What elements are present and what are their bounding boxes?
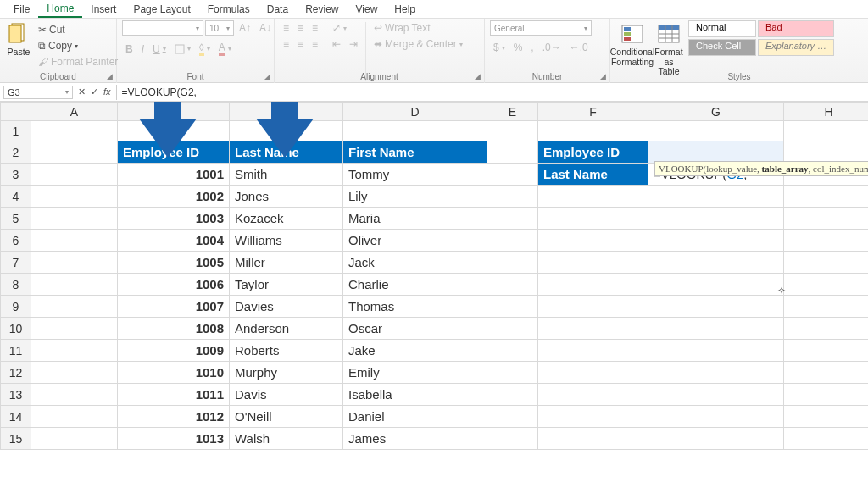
row-header[interactable]: 10: [1, 318, 31, 340]
cell[interactable]: Maria: [343, 208, 487, 230]
row-header[interactable]: 8: [1, 274, 31, 296]
cell[interactable]: Last Name: [538, 164, 648, 186]
cell[interactable]: Isabella: [343, 384, 487, 406]
cell[interactable]: 1007: [118, 296, 230, 318]
cell[interactable]: [31, 121, 118, 141]
cell[interactable]: Employee ID: [118, 141, 230, 164]
cell[interactable]: Tommy: [343, 164, 487, 186]
font-color-button[interactable]: A▾: [215, 40, 235, 58]
cell[interactable]: [31, 164, 118, 186]
cell[interactable]: [784, 362, 869, 384]
row-header[interactable]: 2: [1, 141, 31, 164]
cell[interactable]: [538, 230, 648, 252]
tab-insert[interactable]: Insert: [82, 2, 125, 17]
decrease-decimal-icon[interactable]: ←.0: [566, 40, 592, 55]
cell[interactable]: 1003: [118, 208, 230, 230]
cell[interactable]: [538, 274, 648, 296]
style-check-cell[interactable]: Check Cell: [688, 39, 756, 56]
row-header[interactable]: 11: [1, 340, 31, 362]
cell[interactable]: Murphy: [230, 362, 343, 384]
cell[interactable]: [487, 186, 538, 208]
cell[interactable]: [538, 208, 648, 230]
cell[interactable]: [648, 362, 784, 384]
cell[interactable]: Miller: [230, 252, 343, 274]
cell[interactable]: [31, 406, 118, 428]
align-bottom-icon[interactable]: ≡: [309, 20, 321, 36]
cell[interactable]: [487, 230, 538, 252]
cell[interactable]: [648, 384, 784, 406]
cell[interactable]: 1009: [118, 340, 230, 362]
cell[interactable]: [487, 296, 538, 318]
cell[interactable]: 1001: [118, 164, 230, 186]
cell[interactable]: James: [343, 428, 487, 450]
cell[interactable]: [487, 121, 538, 141]
percent-button[interactable]: %: [510, 40, 526, 55]
row-header[interactable]: 9: [1, 296, 31, 318]
row-header[interactable]: 1: [1, 121, 31, 141]
fill-color-button[interactable]: ◊▾: [196, 40, 214, 58]
cell[interactable]: [784, 406, 869, 428]
col-header-H[interactable]: H: [784, 103, 869, 121]
row-header[interactable]: 15: [1, 428, 31, 450]
cell[interactable]: 1005: [118, 252, 230, 274]
cell[interactable]: [538, 428, 648, 450]
cell[interactable]: [487, 384, 538, 406]
cell[interactable]: [487, 318, 538, 340]
tab-data[interactable]: Data: [259, 2, 297, 17]
font-size-select[interactable]: 10▾: [205, 20, 234, 36]
cell[interactable]: [784, 186, 869, 208]
col-header-G[interactable]: G: [648, 103, 784, 121]
cell[interactable]: [784, 318, 869, 340]
cell[interactable]: [31, 318, 118, 340]
borders-button[interactable]: ▾: [171, 40, 194, 58]
increase-font-icon[interactable]: A↑: [236, 20, 254, 36]
row-header[interactable]: 4: [1, 186, 31, 208]
cell[interactable]: Kozacek: [230, 208, 343, 230]
cell[interactable]: Jake: [343, 340, 487, 362]
cell[interactable]: [31, 230, 118, 252]
row-header[interactable]: 5: [1, 208, 31, 230]
increase-indent-icon[interactable]: ⇥: [346, 36, 361, 52]
row-header[interactable]: 7: [1, 252, 31, 274]
cell[interactable]: [487, 252, 538, 274]
cell[interactable]: [487, 428, 538, 450]
col-header-C[interactable]: C: [230, 103, 343, 121]
paste-button[interactable]: Paste: [5, 20, 32, 59]
cell[interactable]: [648, 274, 784, 296]
cell[interactable]: [784, 428, 869, 450]
orientation-icon[interactable]: ⤢▾: [329, 20, 350, 36]
tab-formulas[interactable]: Formulas: [199, 2, 259, 17]
cell[interactable]: [31, 141, 118, 164]
cell[interactable]: [118, 121, 230, 141]
cell[interactable]: [538, 384, 648, 406]
clipboard-launcher-icon[interactable]: ◢: [107, 72, 113, 80]
cell[interactable]: 1008: [118, 318, 230, 340]
cell[interactable]: [784, 340, 869, 362]
cell[interactable]: Oliver: [343, 230, 487, 252]
number-launcher-icon[interactable]: ◢: [600, 72, 606, 80]
cell[interactable]: [648, 296, 784, 318]
fx-icon[interactable]: fx: [103, 86, 111, 97]
row-header[interactable]: 12: [1, 362, 31, 384]
currency-button[interactable]: $▾: [490, 40, 509, 55]
increase-decimal-icon[interactable]: .0→: [539, 40, 565, 55]
row-header[interactable]: 13: [1, 384, 31, 406]
style-normal[interactable]: Normal: [688, 20, 756, 37]
italic-button[interactable]: I: [138, 40, 147, 58]
cell[interactable]: Thomas: [343, 296, 487, 318]
name-box[interactable]: G3▾: [3, 86, 73, 99]
cell[interactable]: Davies: [230, 296, 343, 318]
cell[interactable]: 1004: [118, 230, 230, 252]
cell[interactable]: Employee ID: [538, 141, 648, 164]
cell[interactable]: [31, 186, 118, 208]
format-as-table-button[interactable]: Format as Table: [652, 20, 686, 79]
copy-button[interactable]: ⧉Copy ▾: [35, 38, 121, 53]
cell[interactable]: [784, 141, 869, 164]
cell[interactable]: [487, 362, 538, 384]
conditional-formatting-button[interactable]: Conditional Formatting: [615, 20, 649, 69]
cell[interactable]: [648, 252, 784, 274]
cell[interactable]: Davis: [230, 384, 343, 406]
font-name-select[interactable]: ▾: [122, 20, 203, 36]
cell[interactable]: [487, 274, 538, 296]
worksheet-grid[interactable]: A B C D E F G H 12Employee IDLast NameFi…: [0, 102, 868, 488]
